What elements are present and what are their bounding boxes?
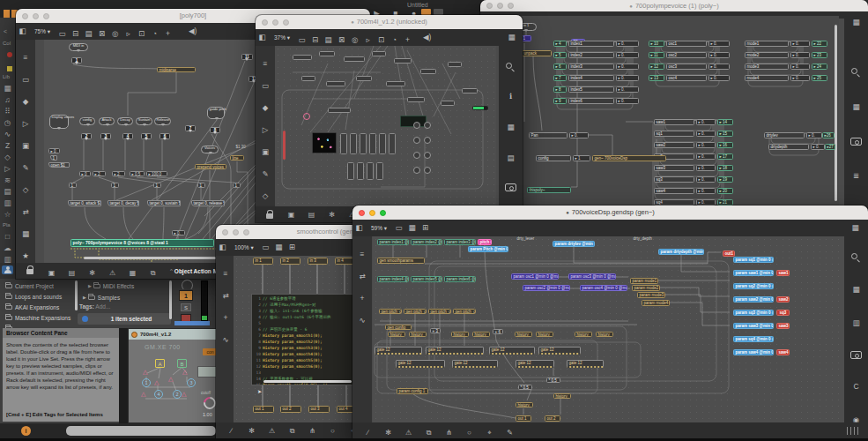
user-account-icon[interactable] xyxy=(2,265,13,274)
run-arrow-icon[interactable]: ➤ xyxy=(257,388,262,394)
close-button[interactable] xyxy=(486,3,493,9)
patch-node[interactable]: ▸ 12 xyxy=(649,64,664,70)
sidebar-toggle-icon[interactable]: ◧ xyxy=(256,32,268,43)
op-number[interactable]: 3 xyxy=(187,378,196,387)
patch-node[interactable]: mode2 xyxy=(745,52,789,58)
snapshot-icon[interactable]: ▣ xyxy=(20,140,32,152)
audio-status-icon[interactable]: ◆ xyxy=(260,102,271,114)
patch-node[interactable]: ▸ 13 xyxy=(649,75,664,81)
object-box-icon[interactable]: ▭ xyxy=(393,222,404,234)
zoom-button[interactable] xyxy=(243,229,249,235)
patch-node[interactable]: ▸ 0. xyxy=(696,131,716,137)
patch-node[interactable]: ▸ 11 xyxy=(649,52,664,58)
patch-node[interactable] xyxy=(424,122,431,129)
patch-node[interactable]: param osc2 @min 0 @max 10 xyxy=(523,285,570,291)
comment-icon[interactable]: ▤ xyxy=(83,28,94,40)
console-icon[interactable]: ▭ xyxy=(20,74,32,86)
patch-node[interactable]: param mode1 1 xyxy=(630,278,658,284)
patch-node[interactable]: param sq1 @min 0 @max 1 xyxy=(733,257,774,263)
patch-node[interactable]: guide pitch xyxy=(207,107,225,119)
patch-node[interactable]: osc2 xyxy=(666,52,707,58)
patch-node[interactable]: ▸ 18 xyxy=(717,165,733,171)
patch-node[interactable]: ▸ 0 xyxy=(79,171,91,176)
console-icon[interactable]: ▭ xyxy=(260,80,271,92)
patch-node[interactable]: ▸ 0. xyxy=(696,142,716,148)
list-icon[interactable]: ▤ xyxy=(505,153,516,164)
zoom-select-icon[interactable]: ▣ xyxy=(286,209,297,220)
patch-node[interactable]: gate 12 xyxy=(426,347,484,355)
patch-node[interactable]: index6 xyxy=(568,98,614,104)
patch-node[interactable] xyxy=(319,51,335,56)
patch-node[interactable] xyxy=(379,133,386,154)
circle-tool-icon[interactable]: ○ xyxy=(464,427,475,438)
punch-button[interactable] xyxy=(434,9,443,15)
grid-icon[interactable]: ▦ xyxy=(850,284,862,295)
patch-node[interactable]: param sq4 @min 0 @max 1 xyxy=(733,336,774,342)
zoom-button[interactable] xyxy=(380,210,386,216)
patch-node[interactable]: 1 xyxy=(153,183,161,188)
vertical-scrollbar[interactable] xyxy=(835,25,837,201)
patch-node[interactable]: 7 xyxy=(185,125,196,131)
patch-node[interactable]: saw3 xyxy=(776,323,790,329)
patch-node[interactable]: out 1 xyxy=(253,406,274,413)
grid-icon[interactable]: ▦ xyxy=(273,242,285,253)
patch-node[interactable]: out 2 xyxy=(280,406,301,413)
patch-node[interactable]: target 0, attack $1 xyxy=(68,200,101,206)
patch-node[interactable]: param mode4 1 xyxy=(642,300,670,306)
patcher-views-icon[interactable]: ◇ xyxy=(260,191,271,202)
grooves-icon[interactable]: ▤ xyxy=(2,186,13,198)
sidebar-toggle-icon[interactable]: ◧ xyxy=(17,26,28,37)
patch-node[interactable] xyxy=(312,132,337,153)
patch-node[interactable]: param config 1 xyxy=(397,388,428,394)
patch-node[interactable] xyxy=(293,55,312,60)
patch-node[interactable]: ▸ 0. xyxy=(708,64,730,70)
patch-node[interactable]: ▸ 5 xyxy=(553,52,567,58)
toggle-icon[interactable]: ⊠ xyxy=(336,34,347,46)
patch-node[interactable]: open $1 xyxy=(48,162,70,168)
patch-node[interactable]: param Pitch @min 0 @max 127 xyxy=(468,246,508,252)
solo-button[interactable]: S xyxy=(181,303,191,311)
loop-button[interactable] xyxy=(421,9,431,15)
patch-node[interactable]: ▸ 0 xyxy=(48,148,60,153)
patch-node[interactable]: ▸ 0. xyxy=(696,176,716,183)
warning-icon[interactable]: ⚠ xyxy=(107,267,118,279)
patch-node[interactable]: ▸ 25 xyxy=(812,75,827,81)
patch-node[interactable] xyxy=(369,133,376,154)
warning-icon[interactable]: ⚠ xyxy=(266,425,278,437)
patch-node[interactable] xyxy=(472,106,488,110)
patch-node[interactable]: param saw1 @min 0 @max 1 xyxy=(733,270,774,276)
patch-node[interactable]: ▸ 1 xyxy=(573,155,590,161)
patch-node[interactable]: unpack xyxy=(522,50,552,56)
max-for-live-icon[interactable]: Z xyxy=(2,140,13,152)
patch-node[interactable]: ▸ 0. xyxy=(790,75,810,81)
patch-node[interactable]: sq4 xyxy=(654,199,694,206)
speaker-icon[interactable]: ◀) xyxy=(187,26,198,37)
patch-node[interactable] xyxy=(344,56,365,62)
patch-node[interactable]: gate 12 xyxy=(567,360,604,368)
camera-icon[interactable] xyxy=(505,183,516,191)
patch-node[interactable]: target 0, release $1 xyxy=(191,200,225,206)
patch-node[interactable]: saw4 xyxy=(776,349,790,355)
device-titlebar[interactable]: 700m4l_v1.2 xyxy=(129,329,218,340)
computer-icon[interactable]: ▥ xyxy=(2,254,13,265)
patch-node[interactable]: line xyxy=(230,155,244,161)
search-icon[interactable] xyxy=(505,62,516,71)
patch-node[interactable]: in 1 xyxy=(253,258,273,265)
snap-icon[interactable]: ⊞ xyxy=(419,222,431,234)
close-button[interactable] xyxy=(262,19,268,26)
patch-node[interactable]: ▸ 0. xyxy=(696,153,716,160)
patch-node[interactable]: 11 xyxy=(241,54,253,60)
exchange-icon[interactable]: ⇄ xyxy=(220,290,232,302)
sidebar-collapse-button[interactable]: < xyxy=(4,28,7,34)
patch-node[interactable] xyxy=(367,162,374,180)
patch-node[interactable]: 5 xyxy=(141,133,152,139)
patch-node[interactable]: param osc1 @min 0 @max 10 xyxy=(511,273,559,280)
zoom-level-select[interactable]: 75% ▾ xyxy=(34,28,50,35)
patch-node[interactable]: history xyxy=(409,332,427,337)
instruments-icon[interactable]: ⠿ xyxy=(2,106,13,117)
patch-node[interactable]: ▸ 0. xyxy=(616,86,639,93)
patch-node[interactable]: osc1 xyxy=(666,41,707,47)
op-number[interactable]: 2 xyxy=(173,390,182,399)
minimize-button[interactable] xyxy=(497,3,503,9)
patch-node[interactable]: ▸ 6 xyxy=(553,64,567,70)
